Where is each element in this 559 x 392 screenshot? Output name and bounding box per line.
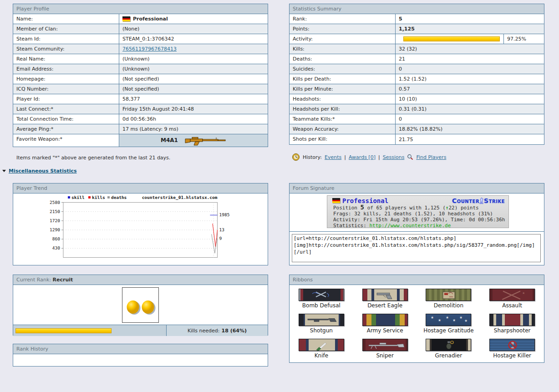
ribbon-image-desert-eagle (362, 289, 408, 301)
row-value-text: STEAM_0:1:3706342 (122, 34, 174, 44)
row-label: Steam Id: (13, 34, 119, 44)
row-value: Friday 15th August 20:41:48 (119, 104, 268, 114)
svg-text:9: 9 (219, 236, 222, 241)
table-row: Rank:5 (290, 14, 544, 24)
row-value: 10 (10) (396, 94, 544, 104)
table-row: Player Id:58,377 (13, 94, 268, 104)
svg-text:skill: skill (71, 195, 85, 200)
table-row: Member of Clan:(None) (13, 24, 268, 34)
row-label: Member of Clan: (13, 24, 119, 34)
rank-progress-row: Kills needed:18 (64%) (13, 325, 268, 336)
rank-insignia-circles (122, 288, 158, 322)
svg-text:430: 430 (52, 245, 60, 250)
signature-bbcode-textarea[interactable]: [url=http://counterstrike_01.hlstatsx.co… (292, 234, 541, 262)
row-value: 32 (32) (396, 44, 544, 54)
row-value-text: 58,377 (122, 94, 140, 104)
ribbon-label: Hostage Gratitude (423, 327, 473, 334)
row-value: 58,377 (119, 94, 268, 104)
row-value: 21 (396, 54, 544, 64)
row-label: Rank: (290, 14, 396, 24)
row-value-text: 0d 00:56:36h (122, 114, 156, 124)
separator: | (378, 154, 380, 160)
ribbon-item: Desert Eagle (353, 289, 417, 314)
table-row: Steam Id:STEAM_0:1:3706342 (13, 34, 268, 44)
rank-history-panel: Rank History (13, 344, 268, 367)
ribbon-label: Army Service (367, 327, 403, 334)
counter-strike-logo: Counter Strike (452, 197, 505, 204)
row-value: (Unknown) (119, 64, 268, 74)
row-value-text: Friday 15th August 20:41:48 (122, 104, 194, 114)
row-label: Activity: (290, 34, 396, 44)
ribbons-grid: Bomb DefusalDesert EagleDemolition★★Assa… (290, 285, 544, 364)
signature-lines: Position 5 of 65 players with 1,125 (↑22… (327, 204, 508, 229)
svg-text:★: ★ (446, 316, 449, 320)
ribbon-label: Hostage Killer (493, 352, 531, 359)
row-value: (Not specified) (119, 84, 268, 94)
ribbon-item: Sharpshooter (480, 314, 544, 339)
row-value-text: (Unknown) (122, 64, 150, 74)
svg-text:13: 13 (219, 227, 224, 232)
row-value-text: (Not specified) (122, 74, 159, 84)
favorite-weapon-name: M4A1 (161, 136, 178, 145)
row-value-text: 18.82% (18.82%) (399, 124, 442, 134)
activity-progress-bar (403, 36, 500, 41)
events-link[interactable]: Events (325, 154, 341, 160)
sessions-link[interactable]: Sessions (383, 154, 405, 160)
signature-line-activity: Activity: Fri 15th Aug 20:53 (97.26%), T… (333, 217, 508, 223)
signature-player-name: Professional (342, 197, 388, 204)
row-label: Kills: (290, 44, 396, 54)
ribbon-label: Demolition (434, 302, 463, 309)
ribbon-item: Shotgun (290, 314, 353, 339)
row-label: Homepage: (13, 74, 119, 84)
row-value: 1.52 (1.52) (396, 74, 544, 84)
ribbon-label: Bomb Defusal (302, 302, 340, 309)
row-label: Steam Community: (13, 44, 119, 54)
table-row: Deaths:21 (290, 54, 544, 64)
rank-progress-cell (13, 325, 167, 336)
signature-image: Professional Counter Strike Position 5 o… (327, 195, 509, 228)
player-profile-title: Player Profile (13, 4, 268, 14)
row-label: Teammate Kills:* (290, 114, 396, 124)
row-value-text: 32 (32) (399, 44, 417, 54)
history-links-bar: History: Events | Awards [0] | Sessions … (292, 153, 446, 161)
row-value: 0d 00:56:36h (119, 114, 268, 124)
cs-logo-figure-icon (479, 198, 484, 204)
ribbon-item: Sniper (353, 339, 417, 364)
steam-community-link[interactable]: 76561197967678413 (122, 44, 177, 54)
ribbon-image-shotgun (299, 314, 344, 326)
table-row: Kills per Minute:0.57 (290, 84, 544, 94)
miscellaneous-statistics-toggle[interactable]: Miscellaneous Statistics (2, 168, 77, 174)
row-value: M4A1 (119, 134, 268, 147)
table-row: Email Address:(Unknown) (13, 64, 268, 74)
table-row: ICQ Number:(Not specified) (13, 84, 268, 94)
ribbon-image-hostage-killer (489, 339, 535, 351)
miscellaneous-statistics-link[interactable]: Miscellaneous Statistics (9, 168, 77, 174)
row-label: Suicides: (290, 64, 396, 74)
table-row: Weapon Accuracy:18.82% (18.82%) (290, 124, 544, 134)
current-rank-panel: Current Rank: Recruit Kills needed:18 (6… (13, 275, 268, 336)
row-label: Favorite Weapon:* (13, 134, 119, 147)
ribbons-title: Ribbons (290, 275, 544, 285)
ribbon-image-assault: ★★ (489, 289, 535, 301)
row-value: 0.31 (0.31) (396, 104, 544, 114)
row-value: 76561197967678413 (119, 44, 268, 54)
ribbon-label: Grenadier (435, 352, 462, 359)
find-players-link[interactable]: Find Players (416, 154, 446, 160)
row-label: Headshots per Kill: (290, 104, 396, 114)
row-label: ICQ Number: (13, 84, 119, 94)
ribbon-label: Shotgun (310, 327, 333, 334)
player-trend-title: Player Trend (13, 183, 268, 193)
row-label: Shots per Kill: (290, 134, 396, 144)
activity-percent: 97.25% (504, 34, 526, 44)
row-label: Total Connection Time: (13, 114, 119, 124)
rank-progress-bar (15, 328, 112, 333)
counterstrike-de-link[interactable]: http://www.counterstrike.de (369, 223, 451, 229)
table-row: Total Connection Time:0d 00:56:36h (13, 114, 268, 124)
statistics-summary-panel: Statistics Summary Rank:5Points:1,125Act… (289, 4, 544, 145)
table-row: Average Ping:*17 ms (Latency: 9 ms) (13, 124, 268, 134)
history-clock-icon (292, 153, 300, 161)
m4a1-rifle-icon (184, 136, 226, 146)
row-label: Last Connect:* (13, 104, 119, 114)
ribbon-item: Demolition (417, 289, 481, 314)
awards-link[interactable]: Awards [0] (349, 154, 376, 160)
